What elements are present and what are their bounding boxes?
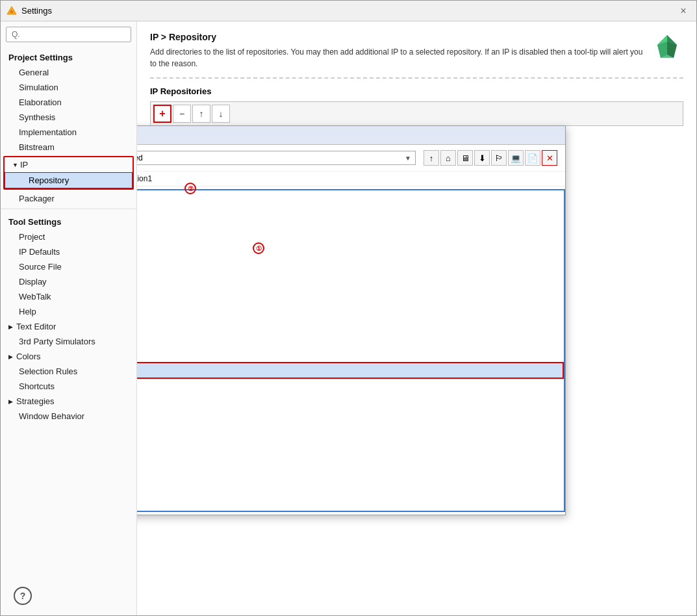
window-title: Settings	[21, 6, 676, 16]
sidebar-bottom: ?	[1, 576, 136, 615]
recent-row: Recent: 📁 E:/Verilog/HLS_led ▼ ↑ ⌂ 🖥	[137, 145, 565, 172]
tree-item-settings[interactable]: ▶ .settings	[137, 339, 564, 350]
sidebar-item-project[interactable]: Project	[1, 229, 136, 244]
download-button[interactable]: ⬇	[474, 150, 490, 166]
ip-expand-arrow: ▼	[12, 162, 19, 168]
sidebar-item-synthesis[interactable]: Synthesis	[1, 110, 136, 125]
tree-item-1[interactable]: ▶	[137, 190, 564, 202]
close-button[interactable]: ×	[676, 3, 691, 19]
tree-item-verilog[interactable]: ▼ Verilog	[137, 292, 564, 303]
sidebar-item-colors[interactable]: ▶ Colors	[1, 349, 136, 364]
right-panel: IP > Repository Add directories to the l…	[137, 21, 696, 615]
tree-item-gifcam[interactable]: ▶ GifCam	[137, 280, 564, 292]
tree-item-car[interactable]: ▶ CarReconition	[137, 268, 564, 280]
app-icon	[6, 5, 18, 17]
help-button[interactable]: ?	[14, 587, 32, 605]
svg-point-1	[10, 10, 13, 13]
dialog-body: Recent: 📁 E:/Verilog/HLS_led ▼ ↑ ⌂ 🖥	[137, 145, 565, 515]
sidebar-item-3rd-party[interactable]: 3rd Party Simulators	[1, 334, 136, 349]
remove-repository-button[interactable]: −	[173, 105, 191, 123]
tree-item-metadata[interactable]: ▶ .metadata	[137, 303, 564, 315]
ip-repositories-section-title: IP Repositories	[150, 86, 683, 96]
recent-value: E:/Verilog/HLS_led	[137, 153, 405, 162]
panel-divider	[150, 77, 683, 79]
sidebar-item-window-behavior[interactable]: Window Behavior	[1, 409, 136, 424]
ip-group: ▼ IP Repository	[3, 156, 134, 190]
tree-item-2[interactable]: ▶	[137, 202, 564, 214]
navigate-up-button[interactable]: ↑	[424, 150, 439, 166]
project-settings-label: Project Settings	[1, 47, 136, 65]
sidebar: Project Settings General Simulation Elab…	[1, 21, 137, 615]
file-button[interactable]: 📄	[525, 150, 540, 166]
annotation-1: ①	[247, 242, 264, 254]
tree-item-d[interactable]: ▶ 本地磁盘 (D:)	[137, 241, 564, 255]
tree-item-apc[interactable]: ▶ .apc	[137, 327, 564, 339]
sidebar-item-text-editor[interactable]: ▶ Text Editor	[1, 319, 136, 334]
tree-item-tcls[interactable]: ▶ .tcls	[137, 391, 564, 402]
sidebar-item-webtalk[interactable]: WebTalk	[1, 289, 136, 304]
colors-label: Colors	[16, 352, 41, 361]
sidebar-item-repository[interactable]: Repository	[5, 172, 133, 188]
settings-window: Settings × Project Settings General Simu…	[0, 0, 697, 616]
strategies-label: Strategies	[16, 396, 55, 406]
sidebar-divider	[1, 209, 136, 209]
directory-row: Directory: E:\Verilog\HLS_led\solution1	[137, 172, 565, 186]
title-bar: Settings ×	[1, 1, 696, 21]
vendor-logo	[651, 32, 683, 64]
tree-item-c[interactable]: ▶ 本地磁盘 (C:)	[137, 227, 564, 241]
tree-item-e[interactable]: ▼ 文件 (E:)	[137, 255, 564, 268]
recent-dropdown[interactable]: 📁 E:/Verilog/HLS_led ▼	[137, 151, 416, 165]
sidebar-item-ip-defaults[interactable]: IP Defaults	[1, 244, 136, 259]
tree-item-autopilot[interactable]: ▶ .autopilot	[137, 379, 564, 391]
sidebar-item-selection-rules[interactable]: Selection Rules	[1, 364, 136, 379]
sidebar-item-implementation[interactable]: Implementation	[1, 125, 136, 140]
sidebar-item-packager[interactable]: Packager	[1, 191, 136, 206]
ip-repositories-dialog: IP Repositories Recent: 📁 E:/Verilog/HLS…	[137, 125, 566, 515]
badge-2: ②	[184, 183, 196, 194]
sidebar-item-bitstream[interactable]: Bitstream	[1, 140, 136, 155]
tree-item-impl[interactable]: ▶ impl	[137, 414, 564, 426]
desktop-button[interactable]: 🖥	[457, 150, 473, 166]
sidebar-item-strategies[interactable]: ▶ Strategies	[1, 394, 136, 409]
move-up-button[interactable]: ↑	[192, 105, 210, 123]
sidebar-item-shortcuts[interactable]: Shortcuts	[1, 379, 136, 394]
tree-item-hls-led[interactable]: ▼ HLS_led	[137, 315, 564, 327]
sidebar-item-general[interactable]: General	[1, 65, 136, 80]
directory-value: E:\Verilog\HLS_led\solution1	[137, 174, 152, 183]
tree-item-this-pc[interactable]: ▼ 此电脑	[137, 214, 564, 227]
badge-1: ①	[253, 242, 264, 254]
sidebar-item-source-file[interactable]: Source File	[1, 259, 136, 274]
sidebar-item-ip[interactable]: ▼ IP	[5, 157, 133, 172]
panel-inner: IP > Repository Add directories to the l…	[137, 21, 696, 136]
file-tree: ▶ ▶	[137, 189, 565, 512]
bookmark-button[interactable]: 🏳	[491, 150, 507, 166]
computer-button[interactable]: 💻	[508, 150, 524, 166]
panel-header: IP > Repository Add directories to the l…	[150, 32, 683, 70]
ip-repositories-toolbar: + − ↑ ↓	[150, 101, 683, 126]
close-red-button[interactable]: ✕	[542, 150, 557, 166]
home-button[interactable]: ⌂	[440, 150, 456, 166]
main-content: Project Settings General Simulation Elab…	[1, 21, 696, 615]
search-input[interactable]	[12, 30, 125, 39]
search-box[interactable]	[6, 27, 131, 42]
sidebar-item-display[interactable]: Display	[1, 274, 136, 289]
tree-item-csim[interactable]: ▶ csim	[137, 402, 564, 414]
strategies-arrow: ▶	[8, 398, 15, 405]
annotation-2: ②	[179, 183, 196, 194]
text-editor-label: Text Editor	[16, 322, 56, 331]
add-repository-button[interactable]: +	[153, 105, 171, 123]
tool-settings-label: Tool Settings	[1, 212, 136, 229]
tree-item-led-flash[interactable]: ▶ led_flash	[137, 350, 564, 362]
dialog-nav-toolbar: ↑ ⌂ 🖥 ⬇ 🏳 💻 📄 ✕	[424, 150, 557, 166]
sidebar-item-help[interactable]: Help	[1, 304, 136, 319]
sidebar-item-elaboration[interactable]: Elaboration	[1, 95, 136, 110]
ip-label: IP	[20, 160, 28, 170]
dropdown-arrow-icon: ▼	[405, 155, 411, 162]
move-down-button[interactable]: ↓	[212, 105, 230, 123]
sidebar-item-simulation[interactable]: Simulation	[1, 80, 136, 95]
tree-item-solution1[interactable]: ▼ solution1 ③	[137, 362, 564, 379]
dialog-title-bar: IP Repositories	[137, 126, 565, 145]
panel-header-text: IP > Repository Add directories to the l…	[150, 32, 643, 70]
panel-description: Add directories to the list of repositor…	[150, 46, 643, 70]
tree-item-syn[interactable]: ▶ syn	[137, 426, 564, 437]
